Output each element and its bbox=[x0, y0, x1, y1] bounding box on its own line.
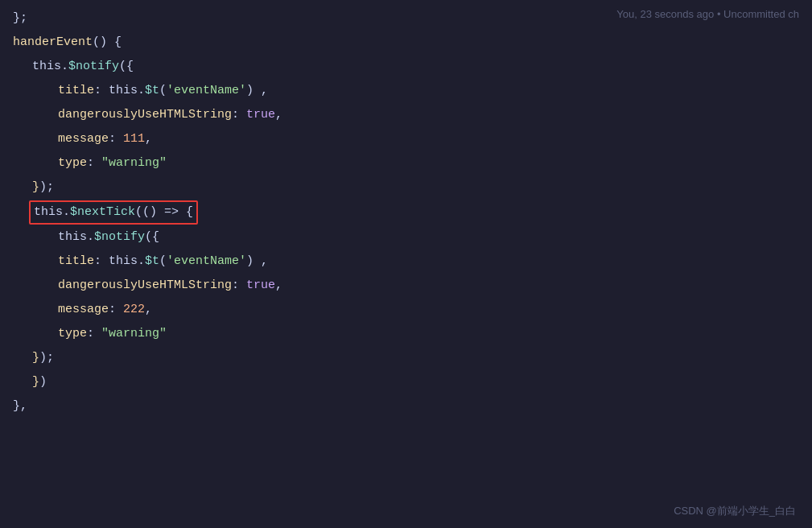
code-line-type1: type: "warning" bbox=[0, 151, 812, 175]
line-content: type: "warning" bbox=[0, 323, 812, 345]
line-content: message: 111, bbox=[0, 128, 812, 151]
code-line-notify2: this.$notify({ bbox=[0, 225, 812, 250]
code-line-close2: }); bbox=[0, 346, 812, 370]
code-line-title1: title: this.$t('eventName') , bbox=[0, 79, 812, 103]
line-content: this.$notify({ bbox=[0, 226, 812, 249]
line-content: dangerouslyUseHTMLString: true, bbox=[0, 104, 812, 126]
line-content: handerEvent() { bbox=[0, 31, 812, 54]
code-line-notify1: this.$notify({ bbox=[0, 55, 812, 79]
editor: You, 23 seconds ago • Uncommitted ch }; … bbox=[0, 0, 812, 528]
line-content: }); bbox=[0, 347, 812, 369]
code-line-close4: }, bbox=[0, 394, 812, 419]
code-line-handler: handerEvent() { bbox=[0, 31, 812, 55]
code-area: }; handerEvent() { this.$notify({ title:… bbox=[0, 0, 812, 528]
line-content: this.$nextTick(() => { bbox=[0, 200, 812, 225]
code-line-close3: }) bbox=[0, 370, 812, 394]
watermark-text: CSDN @前端小学生_白白 bbox=[674, 505, 796, 517]
line-content: }; bbox=[0, 7, 812, 30]
line-content: this.$notify({ bbox=[0, 56, 812, 78]
line-content: }, bbox=[0, 395, 812, 418]
code-line-nexttick: this.$nextTick(() => { bbox=[0, 200, 812, 225]
code-line-close1: }); bbox=[0, 175, 812, 200]
line-content: message: 222, bbox=[0, 299, 812, 321]
line-content: title: this.$t('eventName') , bbox=[0, 250, 812, 273]
code-line-message2: message: 222, bbox=[0, 298, 812, 322]
code-line-semicolon: }; bbox=[0, 6, 812, 31]
line-content: title: this.$t('eventName') , bbox=[0, 80, 812, 102]
line-content: }) bbox=[0, 371, 812, 394]
code-line-title2: title: this.$t('eventName') , bbox=[0, 250, 812, 274]
line-content: dangerouslyUseHTMLString: true, bbox=[0, 274, 812, 297]
highlighted-box: this.$nextTick(() => { bbox=[29, 200, 198, 225]
code-line-message1: message: 111, bbox=[0, 127, 812, 151]
code-line-type2: type: "warning" bbox=[0, 322, 812, 346]
line-content: }); bbox=[0, 176, 812, 199]
code-line-dangerous1: dangerouslyUseHTMLString: true, bbox=[0, 103, 812, 127]
code-line-dangerous2: dangerouslyUseHTMLString: true, bbox=[0, 274, 812, 298]
watermark: CSDN @前端小学生_白白 bbox=[674, 504, 796, 518]
line-content: type: "warning" bbox=[0, 152, 812, 175]
